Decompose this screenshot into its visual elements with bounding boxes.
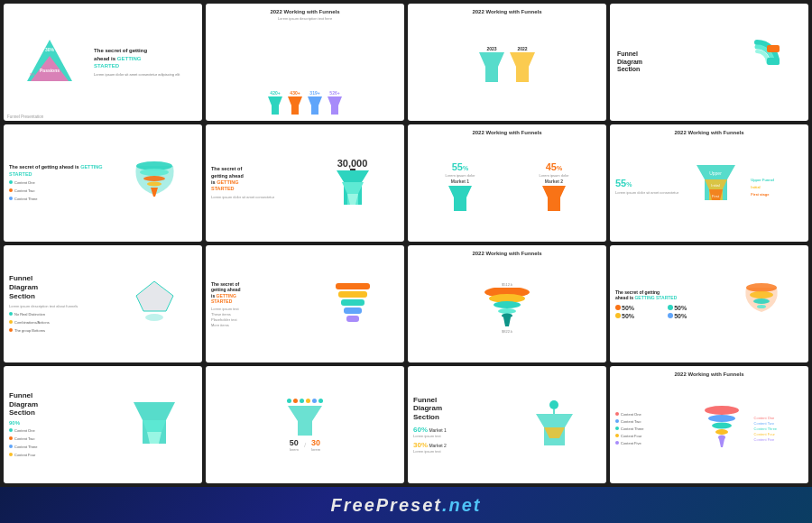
slide-9-title: FunnelDiagramSection: [9, 274, 110, 300]
svg-rect-35: [341, 299, 364, 306]
slide-8-title: 2022 Working with Funnels: [615, 130, 803, 135]
slide-5: The secret of getting ahead is GETTING S…: [4, 124, 202, 242]
slide-12: The secret of gettingahead is GETTING ST…: [610, 245, 808, 362]
slide-16-title: 2022 Working with Funnels: [615, 372, 803, 377]
svg-marker-21: [350, 169, 355, 170]
svg-marker-61: [719, 439, 724, 447]
content-row-2: Content Two: [9, 188, 110, 193]
svg-rect-36: [344, 307, 362, 314]
svg-point-41: [498, 308, 516, 314]
slide-4: FunnelDiagramSection: [610, 4, 808, 121]
slide-14: 50 lorem / 30 lorem: [206, 366, 404, 483]
svg-rect-33: [336, 283, 370, 289]
svg-rect-11: [767, 45, 780, 52]
svg-marker-6: [288, 96, 302, 115]
slide-11-title: 2022 Working with Funnels: [413, 251, 601, 256]
svg-point-42: [502, 313, 512, 317]
watermark-suffix: .net: [442, 495, 482, 515]
svg-point-16: [147, 181, 161, 186]
svg-point-47: [757, 305, 766, 308]
svg-text:First: First: [712, 194, 720, 198]
slide-9: FunnelDiagramSection Lorem ipsum descrip…: [4, 245, 202, 362]
svg-marker-22: [448, 186, 472, 211]
slide-7: 2022 Working with Funnels 55% Lorem ipsu…: [408, 124, 606, 242]
slide-3: 2022 Working with Funnels 2023 2022: [408, 4, 606, 121]
svg-point-45: [750, 291, 773, 298]
svg-text:30%: 30%: [45, 47, 55, 52]
slide-2: 2022 Working with Funnels Lorem ipsum de…: [206, 4, 404, 121]
watermark-main: FreePreset: [331, 495, 442, 515]
svg-text:9%: 9%: [30, 72, 35, 77]
slide-3-title: 2022 Working with Funnels: [413, 9, 601, 14]
svg-marker-8: [328, 96, 342, 115]
slide-1-footer: Funnel Presentation: [7, 115, 43, 119]
svg-point-46: [753, 298, 770, 304]
slide-8: 2022 Working with Funnels 55% Lorem ipsu…: [610, 124, 808, 242]
svg-text:Upper: Upper: [709, 170, 722, 176]
slide-4-title: FunnelDiagramSection: [617, 50, 709, 73]
svg-point-58: [712, 423, 732, 429]
slide-1: 30% Passions 9% The secret of gettingahe…: [4, 4, 202, 121]
slide-6: The secret ofgetting aheadis GETTINGSTAR…: [206, 124, 404, 242]
svg-rect-34: [338, 291, 367, 298]
watermark-bar: FreePreset.net: [0, 487, 812, 523]
slide-15: FunnelDiagramSection 60% Market 1 Lorem …: [408, 366, 606, 483]
svg-marker-7: [308, 96, 322, 115]
svg-point-15: [143, 176, 165, 181]
svg-marker-9: [479, 52, 504, 82]
svg-point-60: [718, 436, 725, 440]
slide-10: The secret ofgetting aheadis GETTINGSTAR…: [206, 245, 404, 362]
slide-16: 2022 Working with Funnels Content One Co…: [610, 366, 808, 483]
content-row-3: Content Three: [9, 197, 110, 201]
svg-marker-43: [503, 317, 511, 326]
svg-point-56: [705, 406, 739, 415]
svg-point-40: [494, 301, 521, 308]
content-row-1: Content One: [9, 180, 110, 185]
svg-point-52: [549, 400, 558, 409]
svg-marker-23: [542, 186, 566, 211]
svg-text:Passions: Passions: [40, 68, 60, 73]
svg-rect-37: [346, 316, 359, 322]
svg-point-57: [708, 415, 735, 422]
slide-11: 2022 Working with Funnels $512.k $822.k: [408, 245, 606, 362]
svg-point-32: [145, 314, 163, 321]
svg-marker-51: [288, 406, 322, 436]
slide-2-title: 2022 Working with Funnels: [211, 9, 399, 14]
svg-marker-10: [510, 52, 535, 82]
watermark-text: FreePreset.net: [331, 495, 482, 516]
svg-rect-12: [767, 58, 780, 65]
slide-7-title: 2022 Working with Funnels: [413, 130, 601, 135]
slide-13: FunnelDiagramSection 90% Content One Con…: [4, 366, 202, 483]
svg-marker-5: [268, 96, 282, 115]
svg-point-14: [140, 169, 169, 176]
svg-text:Initial: Initial: [711, 183, 719, 188]
svg-point-59: [715, 429, 728, 435]
